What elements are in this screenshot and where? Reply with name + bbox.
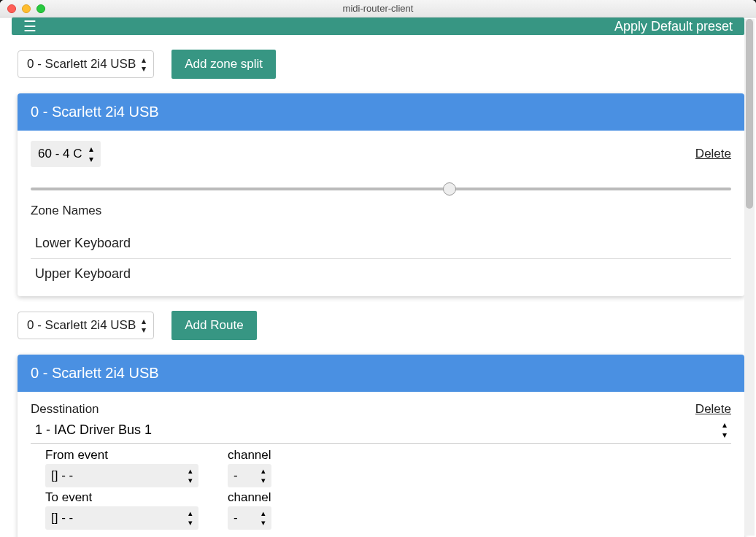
to-channel-select[interactable]: - ▴▾ bbox=[228, 506, 271, 530]
to-event-row: To event [] - - ▴▾ channel - ▴▾ bbox=[31, 490, 731, 530]
menu-icon[interactable]: ☰ bbox=[23, 18, 36, 35]
content-area: 0 - Scarlett 2i4 USB ▴▾ Add zone split 0… bbox=[0, 35, 756, 537]
split-note-value: 60 - 4 C bbox=[38, 147, 82, 161]
scrollbar-thumb[interactable] bbox=[746, 19, 753, 209]
route-controls: 0 - Scarlett 2i4 USB ▴▾ Add Route bbox=[18, 311, 744, 340]
from-channel-value: - bbox=[234, 468, 238, 483]
delete-route-link[interactable]: Delete bbox=[695, 402, 731, 417]
titlebar: midi-router-client bbox=[0, 0, 756, 18]
main-toolbar: ☰ Apply Default preset bbox=[12, 18, 744, 35]
zone-name-input[interactable] bbox=[31, 228, 731, 259]
add-zone-split-button[interactable]: Add zone split bbox=[171, 50, 276, 79]
to-event-value: [] - - bbox=[51, 511, 73, 525]
destination-select[interactable]: 1 - IAC Driver Bus 1 ▴▾ bbox=[31, 417, 731, 444]
zone-device-select-value: 0 - Scarlett 2i4 USB bbox=[27, 57, 136, 72]
to-event-label: To event bbox=[45, 490, 198, 505]
route-device-select-value: 0 - Scarlett 2i4 USB bbox=[27, 318, 136, 333]
destination-select-value: 1 - IAC Driver Bus 1 bbox=[35, 422, 152, 438]
caret-icon: ▴▾ bbox=[89, 144, 93, 164]
caret-icon: ▴▾ bbox=[188, 509, 193, 528]
zone-name-input[interactable] bbox=[31, 259, 731, 289]
zone-card: 0 - Scarlett 2i4 USB 60 - 4 C ▴▾ Delete … bbox=[18, 93, 744, 296]
split-slider-wrap bbox=[31, 180, 731, 193]
from-event-value: [] - - bbox=[51, 468, 73, 483]
add-route-button[interactable]: Add Route bbox=[171, 311, 256, 340]
zone-device-select[interactable]: 0 - Scarlett 2i4 USB ▴▾ bbox=[18, 50, 154, 78]
close-window-icon[interactable] bbox=[7, 4, 16, 13]
zone-names-label: Zone Names bbox=[31, 204, 731, 218]
split-note-select[interactable]: 60 - 4 C ▴▾ bbox=[31, 141, 101, 167]
from-event-row: From event [] - - ▴▾ channel - ▴▾ bbox=[31, 448, 731, 487]
to-channel-label: channel bbox=[228, 490, 271, 505]
zoom-window-icon[interactable] bbox=[36, 4, 45, 13]
destination-label: Desstination bbox=[31, 402, 99, 417]
destination-row: Desstination Delete bbox=[31, 402, 731, 417]
from-event-select[interactable]: [] - - ▴▾ bbox=[45, 464, 198, 487]
zone-card-body: 60 - 4 C ▴▾ Delete Zone Names bbox=[18, 131, 744, 296]
caret-icon: ▴▾ bbox=[142, 317, 146, 334]
caret-icon: ▴▾ bbox=[188, 466, 193, 485]
zone-split-controls: 0 - Scarlett 2i4 USB ▴▾ Add zone split bbox=[18, 50, 744, 79]
traffic-lights bbox=[0, 4, 45, 13]
route-card-body: Desstination Delete 1 - IAC Driver Bus 1… bbox=[18, 392, 744, 537]
app-body: ☰ Apply Default preset 0 - Scarlett 2i4 … bbox=[0, 18, 756, 537]
apply-default-preset-button[interactable]: Apply Default preset bbox=[614, 19, 733, 34]
minimize-window-icon[interactable] bbox=[22, 4, 31, 13]
from-channel-label: channel bbox=[228, 448, 271, 463]
app-window: midi-router-client ☰ Apply Default prese… bbox=[0, 0, 756, 537]
vertical-scrollbar[interactable] bbox=[744, 19, 755, 536]
caret-icon: ▴▾ bbox=[722, 420, 727, 440]
caret-icon: ▴▾ bbox=[261, 509, 266, 528]
delete-zone-link[interactable]: Delete bbox=[695, 147, 731, 161]
caret-icon: ▴▾ bbox=[142, 55, 146, 73]
caret-icon: ▴▾ bbox=[261, 466, 266, 485]
from-event-label: From event bbox=[45, 448, 198, 463]
zone-card-title: 0 - Scarlett 2i4 USB bbox=[18, 93, 744, 131]
zone-split-row: 60 - 4 C ▴▾ Delete bbox=[31, 141, 731, 167]
from-channel-select[interactable]: - ▴▾ bbox=[228, 464, 271, 487]
route-card-title: 0 - Scarlett 2i4 USB bbox=[18, 355, 744, 392]
zone-names-list bbox=[31, 228, 731, 289]
route-card: 0 - Scarlett 2i4 USB Desstination Delete… bbox=[18, 355, 744, 537]
window-title: midi-router-client bbox=[343, 3, 414, 14]
route-device-select[interactable]: 0 - Scarlett 2i4 USB ▴▾ bbox=[18, 312, 154, 339]
split-slider[interactable] bbox=[31, 188, 731, 190]
to-event-select[interactable]: [] - - ▴▾ bbox=[45, 506, 198, 530]
to-channel-value: - bbox=[234, 511, 238, 525]
